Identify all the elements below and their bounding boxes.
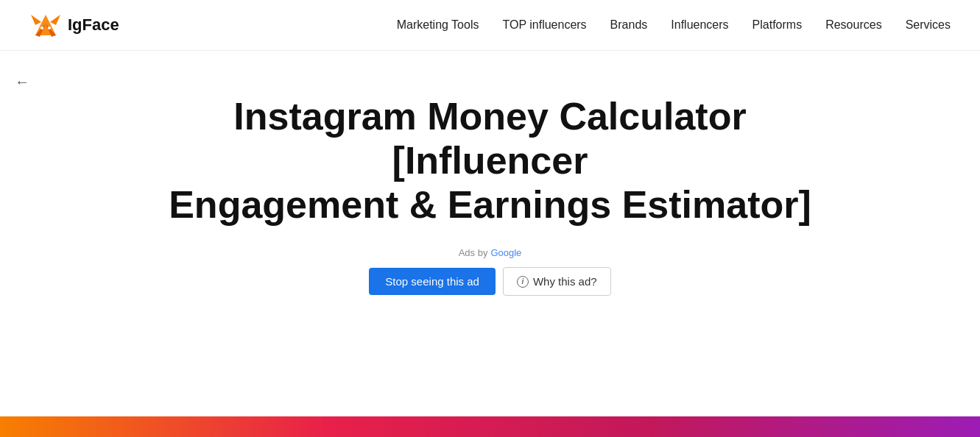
main-content: Instagram Money Calculator [Influencer E… (0, 51, 980, 296)
main-nav: Marketing Tools TOP influencers Brands I… (397, 18, 951, 32)
nav-platforms[interactable]: Platforms (752, 18, 803, 32)
ads-by-google: Ads by Google (459, 247, 522, 258)
info-icon: i (517, 276, 529, 288)
bottom-gradient-bar (0, 416, 980, 437)
ads-overlay: Ads by Google Stop seeing this ad i Why … (369, 247, 610, 296)
nav-top-influencers[interactable]: TOP influencers (502, 18, 586, 32)
ads-label: Ads by (459, 247, 488, 258)
logo-icon (29, 9, 62, 41)
ads-buttons: Stop seeing this ad i Why this ad? (369, 267, 610, 296)
nav-services[interactable]: Services (906, 18, 951, 32)
logo-text: IgFace (68, 15, 119, 35)
title-line1: Instagram Money Calculator [Influencer (233, 95, 746, 182)
why-this-ad-button[interactable]: i Why this ad? (503, 267, 611, 296)
svg-point-5 (40, 26, 43, 29)
nav-resources[interactable]: Resources (825, 18, 881, 32)
logo[interactable]: IgFace (29, 9, 119, 41)
nav-marketing-tools[interactable]: Marketing Tools (397, 18, 479, 32)
svg-marker-3 (31, 15, 41, 25)
svg-marker-4 (50, 15, 60, 25)
nav-brands[interactable]: Brands (610, 18, 648, 32)
svg-point-6 (48, 26, 51, 29)
title-line2: Engagement & Earnings Estimator] (169, 183, 811, 226)
page-title: Instagram Money Calculator [Influencer E… (159, 95, 822, 227)
header: IgFace Marketing Tools TOP influencers B… (0, 0, 980, 51)
google-label: Google (490, 247, 521, 258)
nav-influencers[interactable]: Influencers (671, 18, 728, 32)
why-ad-label: Why this ad? (533, 275, 597, 288)
stop-seeing-ad-button[interactable]: Stop seeing this ad (369, 268, 496, 295)
